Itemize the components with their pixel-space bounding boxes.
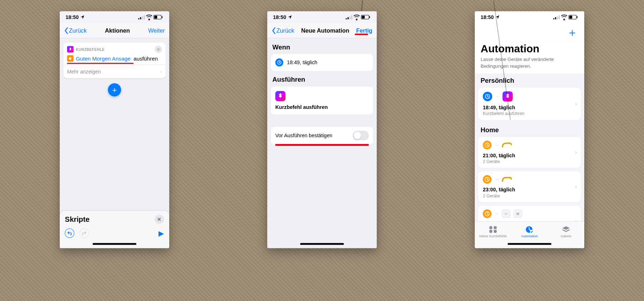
- arrow-icon: →: [494, 177, 499, 182]
- back-label: Zurück: [277, 27, 294, 34]
- card-app-label: KURZBEFEHLE: [76, 47, 104, 51]
- svg-rect-10: [351, 15, 352, 19]
- clock-icon: [483, 141, 491, 149]
- signal-icon: [346, 15, 352, 19]
- svg-rect-18: [559, 15, 560, 19]
- svg-rect-31: [494, 226, 497, 229]
- svg-rect-30: [489, 226, 492, 229]
- remove-action-button[interactable]: ✕: [155, 46, 162, 53]
- signal-icon: [138, 15, 145, 19]
- clock-icon: [483, 92, 492, 101]
- run-action-cell[interactable]: Kurzbefehl ausführen: [271, 87, 373, 115]
- shortcuts-app-icon: [275, 91, 286, 101]
- show-more-label: Mehr anzeigen: [67, 69, 101, 75]
- section-home: Home: [475, 124, 584, 137]
- done-button[interactable]: Fertig: [356, 27, 372, 34]
- status-right-icons: [346, 15, 370, 19]
- home-indicator: [475, 242, 584, 248]
- svg-rect-7: [346, 18, 347, 19]
- wifi-icon: [146, 15, 152, 19]
- signal-icon: [553, 15, 560, 19]
- action-link[interactable]: Guten Morgen Ansage: [76, 55, 131, 61]
- svg-rect-9: [350, 16, 351, 19]
- home-automation-card[interactable]: → 21:00, täglich 2 Geräte ›: [478, 137, 581, 168]
- suggestions-panel: Skripte ✕ ▶: [60, 211, 169, 248]
- annotation-underline: [67, 63, 133, 64]
- home-automation-card[interactable]: → 23:00, täglich 2 Geräte ›: [478, 206, 581, 221]
- home-item-title: 23:00, täglich: [483, 219, 576, 221]
- arrow-icon: →: [494, 143, 499, 148]
- svg-rect-6: [162, 16, 162, 18]
- svg-rect-1: [140, 17, 141, 19]
- run-button[interactable]: ▶: [158, 229, 164, 237]
- tab-bar: Meine Kurzbefehle Automation Galerie: [475, 221, 584, 242]
- grid-icon: [489, 225, 497, 233]
- phone-body: KURZBEFEHLE ✕ Guten Morgen Ansage ausfüh…: [60, 38, 169, 248]
- back-button[interactable]: Zurück: [64, 27, 87, 34]
- close-panel-button[interactable]: ✕: [155, 215, 164, 224]
- tab-gallery[interactable]: Galerie: [548, 221, 584, 242]
- svg-rect-17: [557, 16, 558, 19]
- undo-button[interactable]: [65, 228, 74, 238]
- outlet-icon: [502, 209, 510, 218]
- when-time-label: 18:49, täglich: [287, 59, 317, 65]
- chevron-right-icon: ›: [575, 218, 577, 221]
- tab-label: Meine Kurzbefehle: [479, 234, 507, 238]
- outlet-icon: [513, 209, 522, 218]
- tab-label: Galerie: [561, 234, 571, 238]
- personal-sub: Kurzbefehl ausführen: [483, 111, 576, 116]
- undo-icon: [67, 231, 72, 236]
- phone-automation-list: 18:50 ＋ Automation Lasse deine Geräte au…: [475, 11, 584, 248]
- scene-curve-icon: [502, 142, 512, 148]
- svg-rect-32: [489, 230, 492, 233]
- home-item-title: 21:00, täglich: [483, 150, 576, 158]
- chevron-left-icon: [272, 27, 276, 34]
- add-automation-button[interactable]: ＋: [567, 25, 578, 40]
- tab-shortcuts[interactable]: Meine Kurzbefehle: [475, 221, 511, 242]
- svg-point-26: [505, 213, 506, 214]
- phone-new-automation: 18:50 Zurück Neue Automation Fertig Wenn…: [267, 11, 377, 248]
- next-button[interactable]: Weiter: [148, 27, 165, 34]
- location-icon: [80, 15, 84, 19]
- confirm-label: Vor Ausführen bestätigen: [275, 133, 332, 138]
- wifi-icon: [561, 15, 567, 19]
- confirm-toggle[interactable]: [353, 131, 369, 140]
- action-suffix: ausführen: [133, 55, 158, 61]
- add-action-button[interactable]: ＋: [108, 83, 121, 96]
- home-indicator: [267, 242, 377, 248]
- svg-point-27: [507, 213, 507, 214]
- status-right-icons: [553, 15, 577, 19]
- clock-check-icon: [525, 225, 534, 233]
- svg-rect-33: [494, 230, 497, 233]
- svg-rect-12: [362, 16, 365, 19]
- svg-rect-20: [569, 16, 572, 19]
- arrow-icon: →: [495, 94, 499, 99]
- tab-automation[interactable]: Automation: [511, 221, 548, 242]
- clock-icon: [275, 58, 283, 66]
- section-personal: Persönlich: [475, 74, 584, 88]
- personal-automation-card[interactable]: → 18:49, täglich Kurzbefehl ausführen ›: [478, 88, 581, 120]
- redo-button[interactable]: [79, 228, 89, 238]
- home-automation-card[interactable]: → 23:00, täglich 2 Geräte ›: [478, 171, 581, 202]
- phone-body: Automation Lasse deine Geräte auf veränd…: [475, 42, 584, 221]
- status-bar: 18:50: [60, 11, 169, 23]
- back-label: Zurück: [69, 27, 87, 34]
- personal-title: 18:49, täglich: [483, 102, 576, 110]
- back-button[interactable]: Zurück: [272, 27, 294, 34]
- phone-actions: 18:50 Zurück Aktionen Weiter KURZBEFEHLE…: [60, 11, 169, 248]
- show-more-row[interactable]: Mehr anzeigen ›: [63, 64, 166, 78]
- shortcuts-app-icon: [503, 91, 513, 102]
- svg-rect-8: [347, 17, 348, 19]
- svg-rect-5: [154, 16, 157, 19]
- chevron-left-icon: [64, 27, 68, 34]
- svg-rect-0: [138, 18, 139, 19]
- when-trigger-cell[interactable]: 18:49, täglich: [271, 54, 373, 71]
- location-icon: [288, 15, 292, 19]
- arrow-icon: →: [494, 211, 499, 216]
- redo-icon: [82, 231, 87, 236]
- status-bar: 18:50: [267, 11, 377, 23]
- page-title: Automation: [475, 42, 584, 56]
- run-label: Kurzbefehl ausführen: [275, 104, 328, 110]
- status-right-icons: [138, 15, 162, 19]
- nav-title: Neue Automation: [301, 27, 349, 34]
